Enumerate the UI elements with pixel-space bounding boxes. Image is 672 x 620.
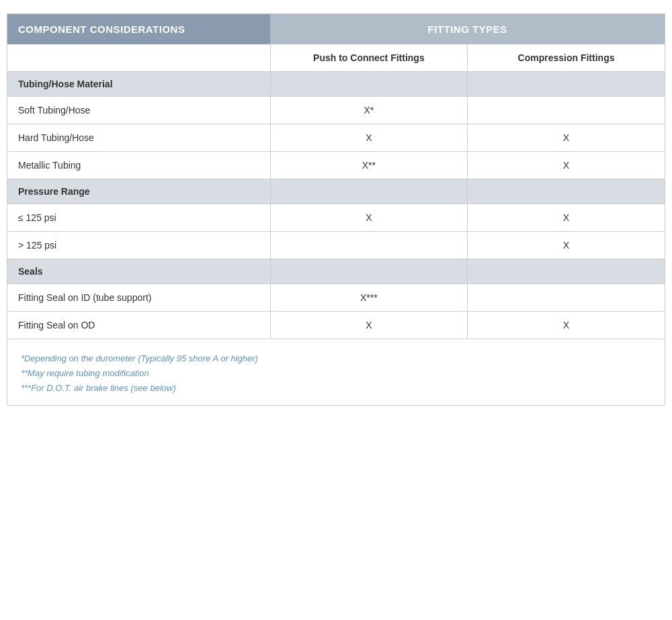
row-compress-1-0: X xyxy=(468,204,665,232)
section-cell-push-1 xyxy=(270,179,467,204)
row-compress-2-1: X xyxy=(468,312,665,339)
footnote-3: ***For D.O.T. air brake lines (see below… xyxy=(21,381,651,396)
row-compress-2-0 xyxy=(468,284,665,312)
table-row: > 125 psi X xyxy=(7,232,665,259)
section-label-2: Seals xyxy=(7,259,270,284)
row-compress-1-1: X xyxy=(468,232,665,259)
row-compress-0-0 xyxy=(468,97,665,124)
table-row: Fitting Seal on ID (tube support) X*** xyxy=(7,284,665,312)
comparison-table: COMPONENT CONSIDERATIONS FITTING TYPES P… xyxy=(7,13,665,406)
row-push-0-2: X** xyxy=(270,152,467,179)
row-label-1-0: ≤ 125 psi xyxy=(7,204,270,232)
row-label-2-1: Fitting Seal on OD xyxy=(7,312,270,339)
section-label-1: Pressure Range xyxy=(7,179,270,204)
section-header-1: Pressure Range xyxy=(7,179,665,204)
row-label-0-2: Metallic Tubing xyxy=(7,152,270,179)
row-push-0-1: X xyxy=(270,124,467,152)
table-row: Hard Tubing/Hose X X xyxy=(7,124,665,152)
row-push-2-0: X*** xyxy=(270,284,467,312)
row-label-0-0: Soft Tubing/Hose xyxy=(7,97,270,124)
section-cell-compress-1 xyxy=(468,179,665,204)
row-push-1-0: X xyxy=(270,204,467,232)
header-fitting-types: FITTING TYPES xyxy=(270,14,665,44)
table-row: Soft Tubing/Hose X* xyxy=(7,97,665,124)
footnote-1: *Depending on the durometer (Typically 9… xyxy=(21,351,651,366)
header-row-1: COMPONENT CONSIDERATIONS FITTING TYPES xyxy=(7,14,665,44)
table-row: Fitting Seal on OD X X xyxy=(7,312,665,339)
section-cell-push-2 xyxy=(270,259,467,284)
section-header-0: Tubing/Hose Material xyxy=(7,72,665,97)
table-row: Metallic Tubing X** X xyxy=(7,152,665,179)
header-component-considerations: COMPONENT CONSIDERATIONS xyxy=(7,14,270,44)
section-header-2: Seals xyxy=(7,259,665,284)
header-col-comp-empty xyxy=(7,44,270,72)
row-compress-0-1: X xyxy=(468,124,665,152)
header-row-2: Push to Connect Fittings Compression Fit… xyxy=(7,44,665,72)
section-cell-compress-0 xyxy=(468,72,665,97)
section-cell-compress-2 xyxy=(468,259,665,284)
row-label-2-0: Fitting Seal on ID (tube support) xyxy=(7,284,270,312)
footnotes-section: *Depending on the durometer (Typically 9… xyxy=(7,339,665,405)
header-push-to-connect: Push to Connect Fittings xyxy=(270,44,467,72)
row-compress-0-2: X xyxy=(468,152,665,179)
row-push-2-1: X xyxy=(270,312,467,339)
row-push-0-0: X* xyxy=(270,97,467,124)
row-label-0-1: Hard Tubing/Hose xyxy=(7,124,270,152)
row-label-1-1: > 125 psi xyxy=(7,232,270,259)
header-compression-fittings: Compression Fittings xyxy=(468,44,665,72)
section-label-0: Tubing/Hose Material xyxy=(7,72,270,97)
section-cell-push-0 xyxy=(270,72,467,97)
table-row: ≤ 125 psi X X xyxy=(7,204,665,232)
row-push-1-1 xyxy=(270,232,467,259)
footnote-2: **May require tubing modification xyxy=(21,366,651,381)
